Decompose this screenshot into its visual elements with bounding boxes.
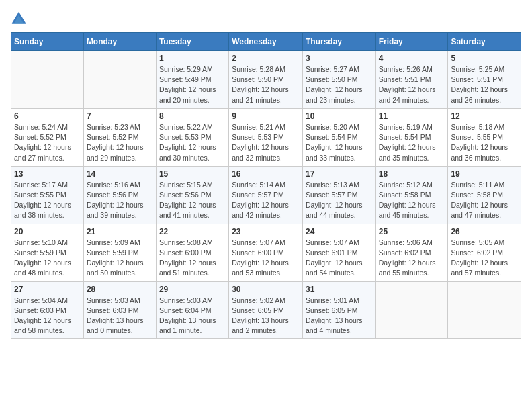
calendar-cell [83,51,156,109]
day-detail: Sunrise: 5:28 AMSunset: 5:50 PMDaylight:… [232,64,300,105]
weekday-header-row: SundayMondayTuesdayWednesdayThursdayFrid… [11,33,521,51]
calendar-table: SundayMondayTuesdayWednesdayThursdayFrid… [11,32,521,339]
day-detail: Sunrise: 5:08 AMSunset: 6:00 PMDaylight:… [159,238,226,279]
calendar-cell: 18Sunrise: 5:12 AMSunset: 5:58 PMDayligh… [375,166,448,224]
day-detail: Sunrise: 5:03 AMSunset: 6:04 PMDaylight:… [159,295,226,336]
calendar-cell: 12Sunrise: 5:18 AMSunset: 5:55 PMDayligh… [448,108,521,166]
day-detail: Sunrise: 5:14 AMSunset: 5:57 PMDaylight:… [232,180,300,221]
calendar-cell: 25Sunrise: 5:06 AMSunset: 6:02 PMDayligh… [375,224,448,281]
logo-icon [11,11,27,27]
weekday-header-monday: Monday [83,33,156,51]
calendar-cell: 9Sunrise: 5:21 AMSunset: 5:53 PMDaylight… [229,108,303,166]
calendar-week-1: 1Sunrise: 5:29 AMSunset: 5:49 PMDaylight… [11,51,521,109]
calendar-cell: 16Sunrise: 5:14 AMSunset: 5:57 PMDayligh… [229,166,303,224]
day-number: 23 [232,227,300,236]
day-detail: Sunrise: 5:15 AMSunset: 5:56 PMDaylight:… [159,180,226,221]
day-detail: Sunrise: 5:05 AMSunset: 6:02 PMDaylight:… [451,238,518,279]
calendar-cell [375,281,448,339]
day-number: 16 [232,169,300,179]
day-detail: Sunrise: 5:12 AMSunset: 5:58 PMDaylight:… [379,180,445,221]
calendar-cell [448,281,521,339]
day-number: 17 [306,169,373,179]
day-number: 21 [87,227,153,236]
day-detail: Sunrise: 5:06 AMSunset: 6:02 PMDaylight:… [379,238,445,279]
day-number: 5 [451,54,518,63]
logo [11,11,30,27]
day-detail: Sunrise: 5:03 AMSunset: 6:03 PMDaylight:… [87,295,153,336]
day-detail: Sunrise: 5:16 AMSunset: 5:56 PMDaylight:… [87,180,153,221]
day-detail: Sunrise: 5:19 AMSunset: 5:54 PMDaylight:… [379,122,445,163]
calendar-cell: 15Sunrise: 5:15 AMSunset: 5:56 PMDayligh… [156,166,228,224]
calendar-cell: 3Sunrise: 5:27 AMSunset: 5:50 PMDaylight… [302,51,375,109]
day-number: 25 [379,227,445,236]
calendar-cell: 21Sunrise: 5:09 AMSunset: 5:59 PMDayligh… [83,224,156,281]
day-number: 10 [306,111,373,121]
day-number: 11 [379,111,445,121]
day-number: 7 [87,111,153,121]
day-number: 27 [14,285,81,294]
calendar-body: 1Sunrise: 5:29 AMSunset: 5:49 PMDaylight… [11,51,521,339]
day-detail: Sunrise: 5:04 AMSunset: 6:03 PMDaylight:… [14,295,81,336]
weekday-header-saturday: Saturday [448,33,521,51]
calendar-week-3: 13Sunrise: 5:17 AMSunset: 5:55 PMDayligh… [11,166,521,224]
day-detail: Sunrise: 5:29 AMSunset: 5:49 PMDaylight:… [159,64,226,105]
calendar-cell: 4Sunrise: 5:26 AMSunset: 5:51 PMDaylight… [375,51,448,109]
weekday-header-sunday: Sunday [11,33,84,51]
day-number: 18 [379,169,445,179]
day-detail: Sunrise: 5:25 AMSunset: 5:51 PMDaylight:… [451,64,518,105]
calendar-cell: 27Sunrise: 5:04 AMSunset: 6:03 PMDayligh… [11,281,84,339]
calendar-cell: 14Sunrise: 5:16 AMSunset: 5:56 PMDayligh… [83,166,156,224]
weekday-header-thursday: Thursday [302,33,375,51]
calendar-cell [11,51,84,109]
calendar-cell: 29Sunrise: 5:03 AMSunset: 6:04 PMDayligh… [156,281,228,339]
weekday-header-wednesday: Wednesday [229,33,303,51]
day-detail: Sunrise: 5:22 AMSunset: 5:53 PMDaylight:… [159,122,226,163]
day-number: 15 [159,169,226,179]
day-detail: Sunrise: 5:20 AMSunset: 5:54 PMDaylight:… [306,122,373,163]
day-detail: Sunrise: 5:07 AMSunset: 6:00 PMDaylight:… [232,238,300,279]
calendar-week-4: 20Sunrise: 5:10 AMSunset: 5:59 PMDayligh… [11,224,521,281]
day-detail: Sunrise: 5:11 AMSunset: 5:58 PMDaylight:… [451,180,518,221]
day-number: 2 [232,54,300,63]
day-number: 14 [87,169,153,179]
weekday-header-tuesday: Tuesday [156,33,228,51]
page-header [11,11,521,27]
weekday-header-friday: Friday [375,33,448,51]
day-detail: Sunrise: 5:17 AMSunset: 5:55 PMDaylight:… [14,180,81,221]
calendar-cell: 31Sunrise: 5:01 AMSunset: 6:05 PMDayligh… [302,281,375,339]
calendar-cell: 1Sunrise: 5:29 AMSunset: 5:49 PMDaylight… [156,51,228,109]
calendar-cell: 24Sunrise: 5:07 AMSunset: 6:01 PMDayligh… [302,224,375,281]
day-number: 9 [232,111,300,121]
calendar-cell: 6Sunrise: 5:24 AMSunset: 5:52 PMDaylight… [11,108,84,166]
day-detail: Sunrise: 5:02 AMSunset: 6:05 PMDaylight:… [232,295,300,336]
calendar-cell: 10Sunrise: 5:20 AMSunset: 5:54 PMDayligh… [302,108,375,166]
day-number: 4 [379,54,445,63]
day-detail: Sunrise: 5:23 AMSunset: 5:52 PMDaylight:… [87,122,153,163]
calendar-cell: 7Sunrise: 5:23 AMSunset: 5:52 PMDaylight… [83,108,156,166]
calendar-cell: 5Sunrise: 5:25 AMSunset: 5:51 PMDaylight… [448,51,521,109]
day-number: 24 [306,227,373,236]
calendar-cell: 22Sunrise: 5:08 AMSunset: 6:00 PMDayligh… [156,224,228,281]
calendar-cell: 28Sunrise: 5:03 AMSunset: 6:03 PMDayligh… [83,281,156,339]
calendar-cell: 17Sunrise: 5:13 AMSunset: 5:57 PMDayligh… [302,166,375,224]
day-detail: Sunrise: 5:18 AMSunset: 5:55 PMDaylight:… [451,122,518,163]
calendar-week-5: 27Sunrise: 5:04 AMSunset: 6:03 PMDayligh… [11,281,521,339]
calendar-cell: 8Sunrise: 5:22 AMSunset: 5:53 PMDaylight… [156,108,228,166]
day-number: 29 [159,285,226,294]
calendar-week-2: 6Sunrise: 5:24 AMSunset: 5:52 PMDaylight… [11,108,521,166]
day-detail: Sunrise: 5:21 AMSunset: 5:53 PMDaylight:… [232,122,300,163]
day-detail: Sunrise: 5:13 AMSunset: 5:57 PMDaylight:… [306,180,373,221]
calendar-cell: 2Sunrise: 5:28 AMSunset: 5:50 PMDaylight… [229,51,303,109]
day-number: 28 [87,285,153,294]
day-detail: Sunrise: 5:01 AMSunset: 6:05 PMDaylight:… [306,295,373,336]
day-number: 22 [159,227,226,236]
day-number: 20 [14,227,81,236]
day-number: 8 [159,111,226,121]
day-number: 12 [451,111,518,121]
calendar-cell: 19Sunrise: 5:11 AMSunset: 5:58 PMDayligh… [448,166,521,224]
day-number: 3 [306,54,373,63]
calendar-cell: 20Sunrise: 5:10 AMSunset: 5:59 PMDayligh… [11,224,84,281]
day-number: 26 [451,227,518,236]
day-number: 1 [159,54,226,63]
day-number: 13 [14,169,81,179]
